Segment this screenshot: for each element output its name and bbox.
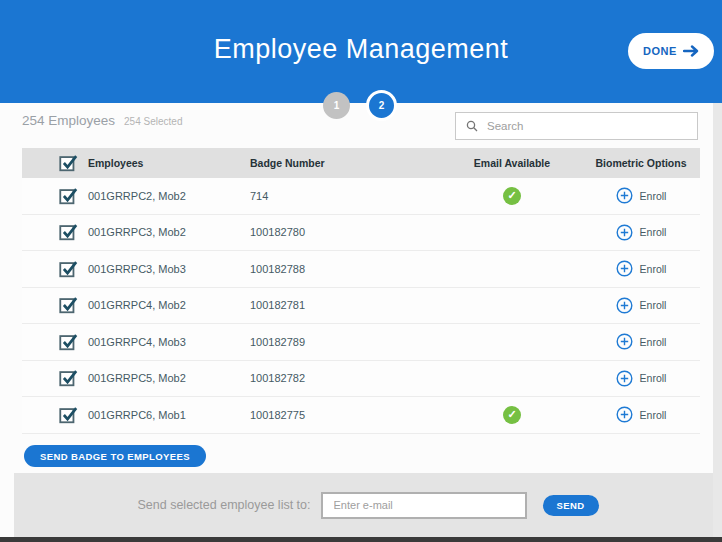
row-checkbox[interactable] [22,405,88,425]
checked-checkbox-icon [58,153,78,173]
employee-name: 001GRRPC3, Mob3 [88,263,250,275]
email-field[interactable] [321,492,527,519]
step-1[interactable]: 1 [323,92,350,119]
email-available-cell [442,296,582,314]
enroll-button[interactable]: Enroll [582,260,700,277]
badge-number: 100182775 [250,409,442,421]
row-checkbox[interactable] [22,222,88,242]
search-box[interactable] [455,112,698,140]
enroll-button[interactable]: Enroll [582,333,700,350]
row-checkbox[interactable] [22,259,88,279]
enroll-button[interactable]: Enroll [582,224,700,241]
checked-checkbox-icon [58,295,78,315]
table-row: 001GRRPC3, Mob3 100182788 Enroll [22,251,700,288]
row-checkbox[interactable] [22,186,88,206]
checked-checkbox-icon [58,332,78,352]
employee-name: 001GRRPC5, Mob2 [88,372,250,384]
send-badge-to-employees-button[interactable]: SEND BADGE TO EMPLOYEES [24,445,206,467]
email-available-cell: ✓ [442,187,582,205]
table-row: 001GRRPC2, Mob2 714 ✓ Enroll [22,178,700,215]
search-icon [466,120,478,132]
badge-number: 100182781 [250,299,442,311]
enroll-label: Enroll [640,299,667,311]
enroll-button[interactable]: Enroll [582,187,700,204]
send-list-label: Send selected employee list to: [137,498,310,512]
badge-number: 100182782 [250,372,442,384]
enroll-label: Enroll [640,409,667,421]
checked-checkbox-icon [58,368,78,388]
col-header-email-available: Email Available [442,157,582,169]
employee-name: 001GRRPC2, Mob2 [88,190,250,202]
arrow-right-icon [683,45,699,57]
checked-checkbox-icon [58,405,78,425]
green-check-icon: ✓ [503,406,521,424]
plus-circle-icon [616,297,633,314]
done-button-label: DONE [643,45,677,57]
email-available-cell [442,369,582,387]
done-button[interactable]: DONE [628,33,714,69]
selected-count: 254 Selected [124,116,182,127]
email-available-cell [442,223,582,241]
plus-circle-icon [616,406,633,423]
step-indicator: 1 2 [323,92,397,121]
enroll-label: Enroll [640,263,667,275]
row-checkbox[interactable] [22,332,88,352]
employee-name: 001GRRPC3, Mob2 [88,226,250,238]
enroll-label: Enroll [640,190,667,202]
table-header-row: Employees Badge Number Email Available B… [22,148,700,178]
col-header-biometric-options: Biometric Options [582,157,700,169]
footer-bar: Send selected employee list to: SEND [14,473,722,537]
search-input[interactable] [487,120,687,132]
table-row: 001GRRPC4, Mob2 100182781 Enroll [22,288,700,325]
table-body: 001GRRPC2, Mob2 714 ✓ Enroll 001GRRPC [22,178,700,434]
enroll-button[interactable]: Enroll [582,297,700,314]
page-title: Employee Management [0,34,722,65]
col-header-badge-number: Badge Number [250,157,442,169]
step-2[interactable]: 2 [366,90,397,121]
checked-checkbox-icon [58,259,78,279]
checked-checkbox-icon [58,222,78,242]
employee-name: 001GRRPC4, Mob3 [88,336,250,348]
plus-circle-icon [616,260,633,277]
enroll-button[interactable]: Enroll [582,370,700,387]
table-row: 001GRRPC4, Mob3 100182789 Enroll [22,324,700,361]
email-available-cell: ✓ [442,406,582,424]
employee-table: Employees Badge Number Email Available B… [22,148,700,434]
enroll-label: Enroll [640,226,667,238]
employee-management-screen: Employee Management DONE 1 2 254 Employe… [0,0,722,542]
plus-circle-icon [616,224,633,241]
checked-checkbox-icon [58,186,78,206]
scrollbar-track[interactable] [713,103,722,537]
app-header: Employee Management DONE [0,0,722,103]
row-checkbox[interactable] [22,295,88,315]
table-row: 001GRRPC3, Mob2 100182780 Enroll [22,215,700,252]
col-header-employees: Employees [88,157,250,169]
employee-name: 001GRRPC4, Mob2 [88,299,250,311]
plus-circle-icon [616,187,633,204]
row-checkbox[interactable] [22,368,88,388]
email-available-cell [442,260,582,278]
email-available-cell [442,333,582,351]
select-all-checkbox[interactable] [22,153,88,173]
badge-number: 100182789 [250,336,442,348]
green-check-icon: ✓ [503,187,521,205]
employee-count: 254 Employees [22,113,115,128]
badge-number: 714 [250,190,442,202]
table-row: 001GRRPC5, Mob2 100182782 Enroll [22,361,700,398]
employee-name: 001GRRPC6, Mob1 [88,409,250,421]
table-row: 001GRRPC6, Mob1 100182775 ✓ Enroll [22,397,700,434]
send-button[interactable]: SEND [543,495,599,516]
selection-summary: 254 Employees 254 Selected [22,113,182,128]
plus-circle-icon [616,370,633,387]
enroll-label: Enroll [640,372,667,384]
badge-number: 100182788 [250,263,442,275]
window-bottom-edge [0,537,722,542]
plus-circle-icon [616,333,633,350]
badge-number: 100182780 [250,226,442,238]
enroll-label: Enroll [640,336,667,348]
enroll-button[interactable]: Enroll [582,406,700,423]
